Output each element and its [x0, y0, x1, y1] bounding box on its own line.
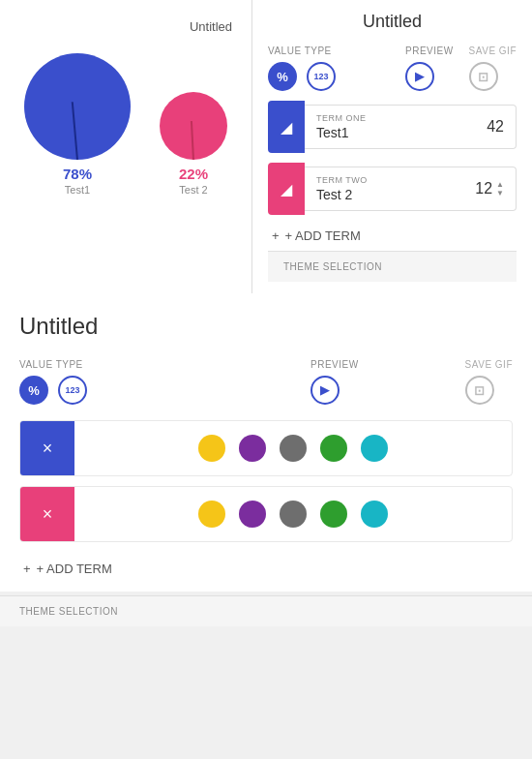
play-icon-bottom: ▶: [320, 383, 329, 397]
theme-selection-label-bottom: THEME SELECTION: [19, 606, 118, 617]
circle-pct-1: 78%: [63, 166, 92, 182]
color-dot-yellow-2[interactable]: [198, 501, 225, 528]
save-gif-label-top: SAVE GIF: [469, 46, 517, 56]
color-dots-1: [74, 425, 512, 471]
term-two-value-row: 12 ▲ ▼: [475, 180, 504, 197]
save-gif-label-bottom: SAVE GIF: [465, 359, 513, 370]
close-icon-2: ×: [43, 504, 53, 525]
config-panel-top: Untitled VALUE TYPE % 123 PREVIEW ▶ SAVE: [251, 0, 532, 293]
bottom-title: Untitled: [19, 313, 513, 340]
term-strip-2: ◢: [268, 163, 305, 215]
percent-button-bottom[interactable]: %: [19, 376, 48, 405]
circle-item-2: 22% Test 2: [160, 92, 227, 196]
theme-selection-bottom: THEME SELECTION: [0, 595, 532, 626]
color-dot-gray-2[interactable]: [280, 501, 307, 528]
value-type-label-top: VALUE TYPE: [268, 46, 390, 56]
term-strip-1: ◢: [268, 101, 305, 153]
color-dots-2: [74, 491, 512, 537]
chart-tab-label: Untitled: [190, 19, 232, 34]
term-one-label: TERM ONE: [316, 113, 367, 123]
term-body-2: TERM TWO Test 2 12 ▲ ▼: [305, 167, 517, 211]
term-two-name: Test 2: [316, 187, 368, 202]
preview-button-top[interactable]: ▶: [405, 62, 434, 91]
circle-name-1: Test1: [65, 184, 90, 196]
value-type-label-bottom: VALUE TYPE: [19, 359, 310, 370]
color-dot-teal-2[interactable]: [361, 501, 388, 528]
term-one-name: Test1: [316, 125, 367, 140]
term-card-2: ◢ TERM TWO Test 2 12 ▲ ▼: [268, 163, 517, 215]
term-icon-1: ◢: [281, 118, 292, 137]
term-row-1-bottom: ×: [19, 420, 513, 476]
theme-selection-top: THEME SELECTION: [268, 251, 517, 282]
circle-wrapper-1: [24, 53, 131, 160]
term-one-value: 42: [487, 118, 504, 136]
save-icon-bottom: ⊡: [474, 383, 485, 398]
save-gif-button-top[interactable]: ⊡: [469, 62, 498, 91]
play-icon-top: ▶: [415, 70, 424, 83]
preview-button-bottom[interactable]: ▶: [310, 376, 340, 405]
add-term-button-bottom[interactable]: + + ADD TERM: [19, 552, 513, 592]
color-dot-gray-1[interactable]: [280, 435, 307, 462]
term-body-1: TERM ONE Test1 42: [305, 105, 517, 149]
term-two-value[interactable]: 12: [475, 180, 492, 197]
add-icon-bottom: +: [23, 562, 31, 576]
term-info-1: TERM ONE Test1: [316, 113, 367, 140]
term-card-1: ◢ TERM ONE Test1 42: [268, 101, 517, 153]
color-dot-yellow-1[interactable]: [198, 435, 225, 462]
term-2-close-button[interactable]: ×: [20, 487, 74, 541]
save-gif-button-bottom[interactable]: ⊡: [465, 376, 494, 405]
add-term-button-top[interactable]: + + ADD TERM: [268, 225, 517, 251]
circles-row: 78% Test1 22% Test 2: [24, 53, 227, 196]
add-icon-top: +: [272, 228, 280, 243]
add-term-label-bottom: + ADD TERM: [37, 562, 112, 576]
percent-button-top[interactable]: %: [268, 62, 297, 91]
circle-item-1: 78% Test1: [24, 53, 131, 196]
panel-title: Untitled: [268, 12, 517, 32]
term-1-close-button[interactable]: ×: [20, 421, 74, 475]
close-icon-1: ×: [43, 439, 53, 459]
term-row-2-bottom: ×: [19, 486, 513, 542]
big-circle: [24, 53, 131, 160]
color-dot-purple-2[interactable]: [239, 501, 266, 528]
color-dot-green-2[interactable]: [320, 501, 347, 528]
chart-area: Untitled 78% Test1 22% Test 2: [0, 0, 251, 293]
color-dot-purple-1[interactable]: [239, 435, 266, 462]
num-button-bottom[interactable]: 123: [58, 376, 87, 405]
circle-pct-2: 22%: [179, 166, 208, 182]
color-dot-green-1[interactable]: [320, 435, 347, 462]
spinner-up[interactable]: ▲: [496, 180, 504, 189]
term-two-label: TERM TWO: [316, 175, 368, 185]
num-button-top[interactable]: 123: [307, 62, 336, 91]
preview-label-top: PREVIEW: [405, 46, 454, 56]
theme-selection-label-top: THEME SELECTION: [283, 261, 382, 272]
add-term-label-top: + ADD TERM: [285, 228, 361, 243]
color-dot-teal-1[interactable]: [361, 435, 388, 462]
circle-wrapper-2: [160, 92, 227, 160]
save-icon-top: ⊡: [478, 70, 488, 84]
bottom-section: Untitled VALUE TYPE % 123 PREVIEW ▶ SAVE…: [0, 293, 532, 592]
term-two-spinner[interactable]: ▲ ▼: [496, 180, 504, 197]
circle-name-2: Test 2: [179, 184, 207, 196]
term-info-2: TERM TWO Test 2: [316, 175, 368, 202]
spinner-down[interactable]: ▼: [496, 189, 504, 197]
preview-label-bottom: PREVIEW: [310, 359, 359, 370]
term-icon-2: ◢: [281, 180, 292, 198]
